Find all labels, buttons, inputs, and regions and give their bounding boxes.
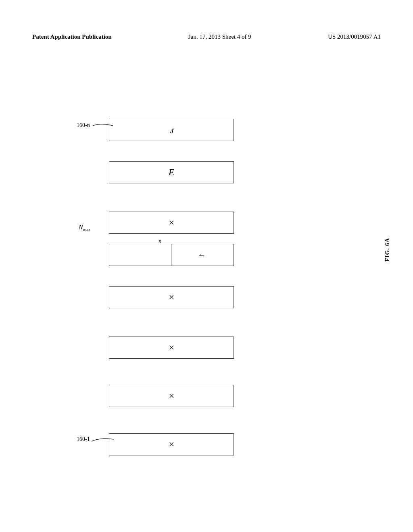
box-e: E [109, 161, 234, 183]
label-160-1: 160-1 [77, 435, 117, 443]
nmax-subscript: max [83, 227, 91, 232]
box-x-3: × [109, 212, 234, 234]
box-x-6: × [109, 337, 234, 359]
box-x-8: × [109, 433, 234, 455]
nmax-label: Nmax [79, 224, 91, 232]
box-n: ← [109, 244, 234, 266]
n-label: n [159, 238, 162, 245]
page-header: Patent Application Publication Jan. 17, … [0, 33, 413, 40]
box-s: 𝑠 [109, 119, 234, 141]
publication-title: Patent Application Publication [32, 33, 112, 40]
publication-date: Jan. 17, 2013 Sheet 4 of 9 [188, 33, 251, 40]
label-160-n: 160-n [77, 122, 117, 130]
figure-label: FIG. 6A [384, 238, 391, 262]
box-x-7: × [109, 385, 234, 407]
box-x-5: × [109, 286, 234, 308]
diagram-area: 𝑠 160-n E × Nmax ← n [0, 56, 413, 532]
publication-number: US 2013/0019057 A1 [328, 33, 381, 40]
